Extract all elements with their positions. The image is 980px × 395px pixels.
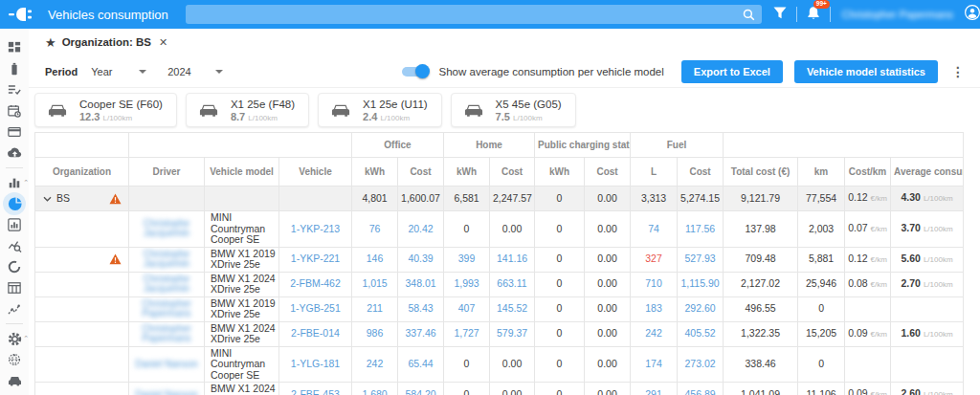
column-header[interactable]: Average consumption (891, 158, 964, 187)
sidebar-item-payment-card[interactable] (0, 121, 29, 143)
vehicle-cell[interactable]: 1-YGB-251 (279, 296, 352, 321)
sidebar-item-chart-search[interactable] (0, 235, 29, 256)
sidebar-item-globe[interactable] (0, 349, 29, 370)
cell-office-kwh[interactable]: 986 (352, 321, 398, 346)
driver-cell[interactable]: Christopher Papermans (129, 296, 205, 321)
cell-fuel-l[interactable]: 291 (631, 383, 678, 395)
cell-office-cost[interactable]: 58.43 (398, 296, 444, 321)
avg-consumption-toggle[interactable] (402, 67, 428, 77)
column-header[interactable]: Cost (585, 158, 631, 187)
cell-fuel-l[interactable]: 74 (631, 211, 678, 248)
cell-fuel-cost[interactable]: 527.93 (678, 247, 724, 272)
driver-cell[interactable]: Daniel Nanson (129, 346, 205, 383)
cell-office-kwh[interactable]: 76 (352, 211, 398, 248)
cell-office-cost[interactable]: 20.42 (398, 211, 444, 248)
vehicle-cell[interactable]: 1-YLG-181 (279, 346, 352, 383)
cell-fuel-cost[interactable]: 1,115.90 (678, 272, 724, 296)
cell-fuel-cost[interactable]: 117.56 (678, 211, 724, 248)
model-card-2[interactable]: X1 25e (U11) 2.4 L/100km (318, 93, 442, 127)
collapse-chevron-icon[interactable] (43, 196, 52, 202)
sidebar-item-cloud-upload[interactable] (0, 143, 29, 164)
column-header[interactable]: kWh (535, 158, 585, 187)
cell-office-kwh[interactable]: 1,680 (352, 383, 398, 395)
driver-cell[interactable]: Christopher Papermans (129, 321, 205, 346)
cell-home-kwh[interactable]: 399 (444, 247, 490, 272)
sidebar-item-battery[interactable] (0, 58, 29, 79)
cell-home-cost[interactable]: 579.37 (490, 321, 535, 346)
app-logo-icon[interactable] (9, 7, 33, 22)
cell-home-cost[interactable]: 663.11 (490, 272, 535, 296)
column-header[interactable]: Driver (129, 158, 205, 187)
filter-icon[interactable] (773, 6, 787, 23)
search-icon[interactable] (743, 8, 755, 25)
driver-cell[interactable]: Daniel Nanson (129, 383, 205, 395)
cell-office-cost[interactable]: 348.01 (398, 272, 444, 296)
driver-cell[interactable]: Christophe Jacquemin (129, 211, 205, 248)
driver-cell[interactable]: Christophe Jacquemin (129, 272, 205, 296)
vehicle-cell[interactable]: 1-YKP-221 (279, 247, 352, 272)
sidebar-item-trend[interactable] (0, 298, 29, 319)
column-header[interactable]: Organization (35, 158, 129, 187)
cell-home-cost[interactable]: 145.52 (490, 296, 535, 321)
sidebar-item-table-columns[interactable] (0, 277, 29, 298)
cell-home-kwh[interactable]: 1,727 (444, 321, 490, 346)
cell-fuel-cost[interactable]: 273.02 (678, 346, 724, 383)
cell-office-kwh[interactable]: 1,015 (352, 272, 398, 296)
cell-fuel-cost[interactable]: 405.52 (678, 321, 724, 346)
period-year-select[interactable]: 2024 (167, 66, 223, 77)
column-header[interactable]: Cost/km (845, 158, 891, 187)
cell-office-cost[interactable]: 584.20 (398, 383, 444, 395)
sidebar-item-car[interactable] (0, 370, 29, 391)
column-header[interactable]: kWh (352, 158, 398, 187)
cell-office-cost[interactable]: 40.39 (398, 247, 444, 272)
column-header[interactable]: kWh (444, 158, 490, 187)
notifications-button[interactable]: 99+ (807, 6, 820, 24)
vehicle-cell[interactable]: 2-FBE-453 (279, 383, 352, 395)
column-header[interactable]: Total cost (€) (724, 158, 798, 187)
cell-fuel-l[interactable]: 183 (631, 296, 678, 321)
column-header[interactable]: Vehicle (279, 158, 352, 187)
model-card-3[interactable]: X5 45e (G05) 7.5 L/100km (451, 93, 576, 127)
cell-fuel-l[interactable]: 242 (631, 321, 678, 346)
cell-fuel-cost[interactable]: 456.89 (678, 383, 724, 395)
model-card-1[interactable]: X1 25e (F48) 8.7 L/100km (186, 93, 309, 127)
star-icon[interactable]: ★ (45, 36, 56, 49)
cell-office-cost[interactable]: 337.46 (398, 321, 444, 346)
sidebar-item-pie-chart[interactable] (0, 193, 29, 214)
cell-office-kwh[interactable]: 242 (352, 346, 398, 383)
cell-home-kwh[interactable]: 1,993 (444, 272, 490, 296)
column-header[interactable]: Vehicle model (205, 158, 279, 187)
organization-summary-row[interactable]: BS 4,8011,600.076,5812,247.5700.003,3135… (35, 187, 964, 211)
vehicle-model-statistics-button[interactable]: Vehicle model statistics (794, 60, 938, 83)
sidebar-item-chart-box[interactable] (0, 214, 29, 235)
period-type-select[interactable]: Year (91, 66, 146, 77)
global-search[interactable] (186, 5, 762, 24)
column-header[interactable]: km (798, 158, 845, 187)
export-excel-button[interactable]: Export to Excel (681, 60, 783, 83)
cell-fuel-cost[interactable]: 292.60 (678, 296, 724, 321)
column-header[interactable]: Cost (398, 158, 444, 187)
cell-fuel-l[interactable]: 710 (631, 272, 678, 296)
driver-cell[interactable]: Christophe Jacquemin (129, 247, 205, 272)
cell-office-kwh[interactable]: 146 (352, 247, 398, 272)
cell-home-cost[interactable]: 141.16 (490, 247, 535, 272)
more-options-icon[interactable]: ⋮ (949, 65, 967, 78)
cell-home-kwh[interactable]: 407 (444, 296, 490, 321)
vehicle-cell[interactable]: 1-YKP-213 (279, 211, 352, 248)
column-header[interactable]: L (631, 158, 678, 187)
column-header[interactable]: Cost (678, 158, 724, 187)
account-icon[interactable] (965, 5, 980, 24)
column-header[interactable]: Cost (490, 158, 535, 187)
search-input[interactable] (186, 9, 762, 20)
sidebar-item-dashboard[interactable] (0, 37, 29, 58)
model-card-0[interactable]: Cooper SE (F60) 12.3 L/100km (34, 93, 177, 127)
vehicle-cell[interactable]: 2-FBM-462 (279, 272, 352, 296)
close-icon[interactable]: ✕ (157, 35, 169, 50)
sidebar-item-tasks[interactable] (0, 79, 29, 100)
cell-fuel-l[interactable]: 174 (631, 346, 678, 383)
sidebar-item-calendar[interactable] (0, 100, 29, 121)
vehicle-cell[interactable]: 2-FBE-014 (279, 321, 352, 346)
cell-office-kwh[interactable]: 211 (352, 296, 398, 321)
cell-office-cost[interactable]: 65.44 (398, 346, 444, 383)
sidebar-item-bar-chart-group[interactable]: ⌃ (0, 172, 29, 193)
